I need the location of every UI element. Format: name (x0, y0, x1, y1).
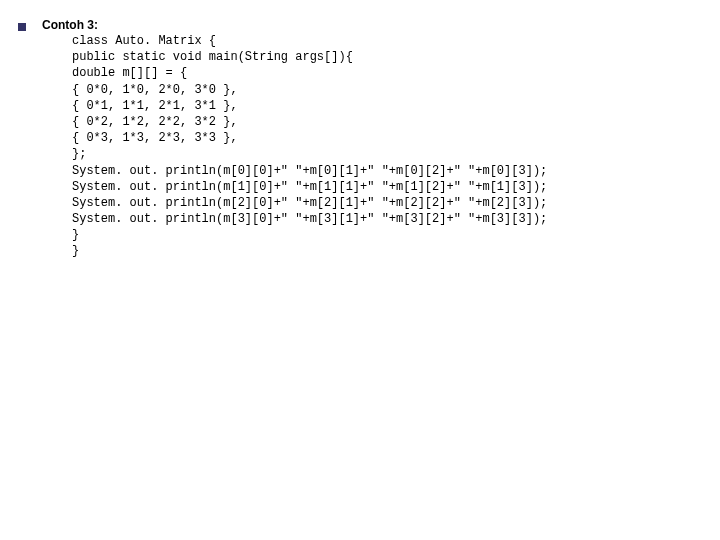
slide: Contoh 3: class Auto. Matrix { public st… (0, 0, 720, 540)
code-line: { 0*3, 1*3, 2*3, 3*3 }, (72, 131, 238, 145)
code-line: { 0*0, 1*0, 2*0, 3*0 }, (72, 83, 238, 97)
code-line: public static void main(String args[]){ (72, 50, 353, 64)
code-line: }; (72, 147, 86, 161)
content-block: Contoh 3: class Auto. Matrix { public st… (42, 18, 708, 260)
code-line: { 0*2, 1*2, 2*2, 3*2 }, (72, 115, 238, 129)
code-line: class Auto. Matrix { (72, 34, 216, 48)
bullet-icon (18, 23, 26, 31)
code-line: double m[][] = { (72, 66, 187, 80)
code-line: } (72, 244, 79, 258)
code-line: System. out. println(m[0][0]+" "+m[0][1]… (72, 164, 547, 178)
code-line: { 0*1, 1*1, 2*1, 3*1 }, (72, 99, 238, 113)
code-line: System. out. println(m[3][0]+" "+m[3][1]… (72, 212, 547, 226)
code-line: } (72, 228, 79, 242)
code-line: System. out. println(m[1][0]+" "+m[1][1]… (72, 180, 547, 194)
code-block: class Auto. Matrix { public static void … (72, 33, 708, 260)
code-line: System. out. println(m[2][0]+" "+m[2][1]… (72, 196, 547, 210)
example-title: Contoh 3: (42, 18, 708, 32)
